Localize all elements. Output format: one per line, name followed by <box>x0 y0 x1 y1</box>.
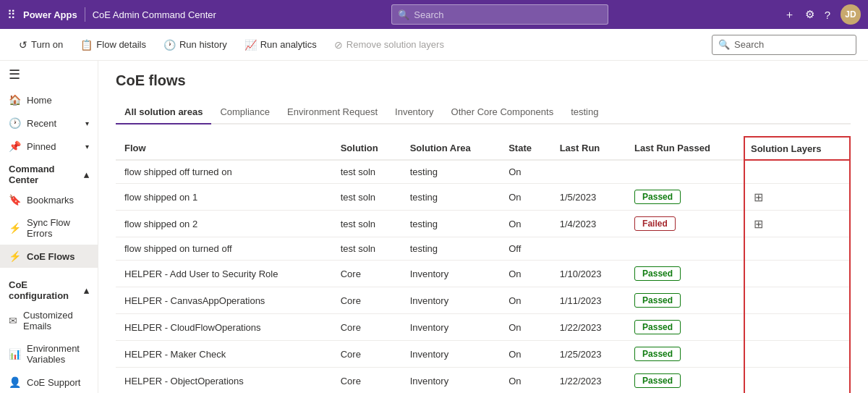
cell-solution: Core <box>332 368 401 394</box>
coe-flows-icon: ⚡ <box>9 250 21 262</box>
table-row[interactable]: HELPER - CloudFlowOperations Core Invent… <box>116 314 850 341</box>
cell-flow: HELPER - CanvasAppOperations <box>116 287 332 314</box>
add-button[interactable]: ＋ <box>784 8 795 22</box>
flow-details-icon: 📋 <box>80 39 93 51</box>
cell-solution-layers <box>744 314 850 341</box>
customized-emails-label: Customized Emails <box>23 310 89 331</box>
cell-state: On <box>500 261 550 287</box>
cell-solution-area: testing <box>401 160 500 184</box>
table-row[interactable]: flow shipped on 2 test soln testing On 1… <box>116 211 850 237</box>
cell-solution: Core <box>332 341 401 368</box>
apps-icon[interactable]: ⠿ <box>7 8 16 22</box>
cell-flow: flow shipped on 2 <box>116 211 332 237</box>
cell-last-run-passed: Passed <box>626 341 744 368</box>
cell-solution: test soln <box>332 237 401 261</box>
command-search[interactable]: 🔍 Search <box>712 35 856 55</box>
search-icon: 🔍 <box>398 9 409 20</box>
cell-last-run: 1/25/2023 <box>551 341 626 368</box>
table-row[interactable]: flow shipped off turned on test soln tes… <box>116 160 850 184</box>
turn-on-button[interactable]: ↺ Turn on <box>12 35 70 55</box>
sidebar-item-recent[interactable]: 🕐 Recent ▾ <box>0 111 98 135</box>
table-row[interactable]: flow shipped on turned off test soln tes… <box>116 237 850 261</box>
sidebar-item-home[interactable]: 🏠 Home <box>0 88 98 111</box>
run-history-button[interactable]: 🕐 Run history <box>156 35 234 55</box>
coe-configuration-section[interactable]: CoE configuration ▴ <box>0 274 98 304</box>
tab-inventory[interactable]: Inventory <box>386 101 442 124</box>
cell-state: On <box>500 287 550 314</box>
command-center-label: Command Center <box>9 164 84 185</box>
cell-solution-area: testing <box>401 184 500 211</box>
table-row[interactable]: HELPER - Add User to Security Role Core … <box>116 261 850 287</box>
cell-solution: Core <box>332 287 401 314</box>
cell-last-run-passed: Passed <box>626 368 744 394</box>
environment-variables-label: Environment Variables <box>27 343 89 365</box>
bookmarks-label: Bookmarks <box>27 195 74 206</box>
command-center-section[interactable]: Command Center ▴ <box>0 158 98 188</box>
remove-solution-layers-button[interactable]: ⊘ Remove solution layers <box>327 35 451 55</box>
run-analytics-button[interactable]: 📈 Run analytics <box>237 35 324 55</box>
cell-last-run: 1/4/2023 <box>551 211 626 237</box>
turn-on-icon: ↺ <box>19 39 27 51</box>
tab-environment-request[interactable]: Environment Request <box>278 101 386 124</box>
cell-last-run-passed: Passed <box>626 314 744 341</box>
cell-state: On <box>500 184 550 211</box>
sidebar-item-customized-emails[interactable]: ✉ Customized Emails <box>0 304 98 337</box>
pinned-icon: 📌 <box>9 140 21 152</box>
table-row[interactable]: HELPER - ObjectOperations Core Inventory… <box>116 368 850 394</box>
sidebar-item-bookmarks[interactable]: 🔖 Bookmarks <box>0 188 98 211</box>
cell-state: On <box>500 314 550 341</box>
table-row[interactable]: HELPER - Maker Check Core Inventory On 1… <box>116 341 850 368</box>
cell-last-run-passed: Passed <box>626 287 744 314</box>
layout: ☰ 🏠 Home 🕐 Recent ▾ 📌 Pinned ▾ Command C… <box>0 61 868 393</box>
col-header-state: State <box>500 137 550 160</box>
app-title: CoE Admin Command Center <box>93 9 216 20</box>
sidebar-item-coe-flows[interactable]: ⚡ CoE Flows <box>0 245 98 268</box>
status-badge: Failed <box>634 216 676 231</box>
settings-button[interactable]: ⚙ <box>805 8 814 21</box>
tab-compliance[interactable]: Compliance <box>211 101 278 124</box>
global-search-placeholder: Search <box>414 9 443 20</box>
cell-last-run <box>551 237 626 261</box>
status-badge: Passed <box>634 266 681 281</box>
cell-solution-area: Inventory <box>401 261 500 287</box>
layers-icon[interactable]: ⊞ <box>754 191 763 203</box>
flow-details-button[interactable]: 📋 Flow details <box>73 35 153 55</box>
cell-flow: flow shipped on 1 <box>116 184 332 211</box>
sidebar-item-pinned[interactable]: 📌 Pinned ▾ <box>0 135 98 158</box>
sidebar-item-environment-variables[interactable]: 📊 Environment Variables <box>0 337 98 371</box>
sidebar-item-sync-flow-errors[interactable]: ⚡ Sync Flow Errors <box>0 211 98 245</box>
global-search[interactable]: 🔍 Search <box>391 4 608 25</box>
table-row[interactable]: HELPER - CanvasAppOperations Core Invent… <box>116 287 850 314</box>
cell-solution-area: Inventory <box>401 368 500 394</box>
flows-table: Flow Solution Solution Area State Last R… <box>116 136 851 393</box>
home-icon: 🏠 <box>9 94 21 106</box>
tab-testing[interactable]: testing <box>562 101 607 124</box>
coe-support-icon: 👤 <box>9 376 21 388</box>
page-title: CoE flows <box>116 72 851 89</box>
cell-solution-area: Inventory <box>401 341 500 368</box>
table-row[interactable]: flow shipped on 1 test soln testing On 1… <box>116 184 850 211</box>
tab-other-core-components[interactable]: Other Core Components <box>443 101 563 124</box>
help-button[interactable]: ? <box>825 9 830 21</box>
remove-solution-layers-icon: ⊘ <box>334 39 343 51</box>
status-badge: Passed <box>634 190 681 204</box>
cell-solution-area: Inventory <box>401 287 500 314</box>
sidebar-home-label: Home <box>27 95 52 106</box>
col-header-flow: Flow <box>116 137 332 160</box>
tab-all-solution-areas[interactable]: All solution areas <box>116 101 211 124</box>
hamburger-icon[interactable]: ☰ <box>0 61 98 88</box>
run-analytics-icon: 📈 <box>244 39 257 51</box>
divider <box>85 7 85 22</box>
coe-flows-label: CoE Flows <box>27 251 75 262</box>
command-center-expand-icon: ▴ <box>84 169 89 180</box>
cell-last-run-passed <box>626 160 744 184</box>
sidebar-item-coe-support[interactable]: 👤 CoE Support <box>0 371 98 393</box>
avatar[interactable]: JD <box>841 4 861 25</box>
flows-table-wrap: Flow Solution Solution Area State Last R… <box>116 136 851 393</box>
status-badge: Passed <box>634 320 681 334</box>
cell-last-run: 1/10/2023 <box>551 261 626 287</box>
cell-state: Off <box>500 237 550 261</box>
status-badge: Passed <box>634 373 681 388</box>
layers-icon[interactable]: ⊞ <box>754 218 763 230</box>
cell-solution: test soln <box>332 184 401 211</box>
